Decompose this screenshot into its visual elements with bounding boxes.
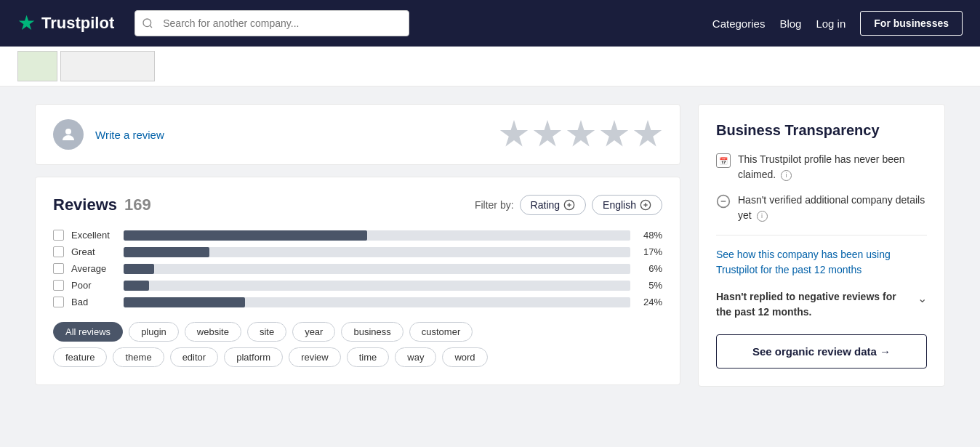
- bar-fill: [124, 230, 367, 241]
- rating-label: Excellent: [71, 230, 116, 241]
- rating-checkbox-poor[interactable]: [53, 280, 64, 291]
- calendar-icon: 📅: [716, 153, 731, 168]
- bar-track: [124, 230, 630, 241]
- rating-label: Average: [71, 263, 116, 274]
- tag-pill-all-reviews[interactable]: All reviews: [53, 322, 123, 342]
- tag-pill-theme[interactable]: theme: [113, 347, 164, 367]
- rating-bars: Excellent48%Great17%Average6%Poor5%Bad24…: [53, 230, 662, 307]
- bar-fill: [124, 281, 149, 291]
- preview-images: [17, 51, 155, 81]
- rating-row: Bad24%: [53, 297, 662, 307]
- tag-row-1: All reviewspluginwebsitesiteyearbusiness…: [53, 322, 662, 342]
- bar-track: [124, 297, 630, 307]
- bar-fill: [124, 264, 154, 274]
- rating-row: Poor5%: [53, 280, 662, 291]
- plus-circle-icon: [563, 199, 575, 211]
- transparency-item-unclaimed: 📅 This Trustpilot profile has never been…: [716, 152, 927, 182]
- rating-label: Great: [71, 246, 116, 257]
- tag-pill-platform[interactable]: platform: [224, 347, 283, 367]
- tag-pill-plugin[interactable]: plugin: [129, 322, 179, 342]
- rating-checkbox-excellent[interactable]: [53, 230, 64, 241]
- search-icon: [142, 17, 153, 29]
- negative-reviews-text: Hasn't replied to negative reviews for t…: [716, 289, 912, 320]
- avatar: [53, 119, 84, 150]
- business-transparency-title: Business Transparency: [716, 122, 927, 139]
- star-rating-empty: [499, 120, 662, 149]
- rating-pct: 6%: [638, 263, 662, 274]
- tag-pill-feature[interactable]: feature: [53, 347, 107, 367]
- filter-rating-label: Rating: [531, 199, 560, 211]
- star-5: [633, 120, 662, 149]
- tag-pill-business[interactable]: business: [341, 322, 403, 342]
- bar-track: [124, 281, 630, 291]
- filter-group: Filter by: Rating English: [475, 195, 662, 215]
- rating-pct: 24%: [638, 297, 662, 307]
- write-review-link[interactable]: Write a review: [95, 129, 164, 141]
- search-input[interactable]: [134, 10, 409, 36]
- tag-pill-site[interactable]: site: [247, 322, 286, 342]
- divider-1: [716, 235, 927, 235]
- search-wrapper: [134, 10, 409, 36]
- tag-pill-time[interactable]: time: [347, 347, 390, 367]
- filter-rating-button[interactable]: Rating: [520, 195, 586, 215]
- tag-pill-editor[interactable]: editor: [170, 347, 219, 367]
- info-icon-1[interactable]: i: [781, 170, 792, 181]
- trustpilot-usage-link[interactable]: See how this company has been using Trus…: [716, 247, 927, 278]
- preview-image-2: [60, 51, 155, 81]
- tag-pill-website[interactable]: website: [185, 322, 241, 342]
- tag-pill-year[interactable]: year: [292, 322, 335, 342]
- bar-track: [124, 264, 630, 274]
- transparency-unverified-text: Hasn't verified additional company detai…: [738, 193, 927, 223]
- filter-label: Filter by:: [475, 199, 514, 211]
- bar-fill: [124, 297, 245, 307]
- rating-pct: 5%: [638, 280, 662, 291]
- svg-point-2: [65, 129, 71, 134]
- left-panel: Write a review Reviews 169 Filter by:: [35, 104, 680, 387]
- reviews-title: Reviews: [53, 196, 117, 214]
- rating-pct: 48%: [638, 230, 662, 241]
- right-panel: Business Transparency 📅 This Trustpilot …: [698, 104, 945, 387]
- see-organic-review-data-button[interactable]: See organic review data →: [716, 334, 927, 369]
- rating-checkbox-great[interactable]: [53, 246, 64, 257]
- logo-star-icon: ★: [17, 13, 36, 33]
- reviews-title-group: Reviews 169: [53, 196, 151, 214]
- rating-label: Poor: [71, 280, 116, 291]
- bar-track: [124, 247, 630, 257]
- star-1: [499, 120, 529, 149]
- rating-pct: 17%: [638, 246, 662, 257]
- rating-checkbox-bad[interactable]: [53, 297, 64, 307]
- svg-line-1: [150, 25, 152, 28]
- svg-point-0: [143, 19, 151, 27]
- nav-link-login[interactable]: Log in: [816, 17, 846, 30]
- tag-row-2: featurethemeeditorplatformreviewtimewayw…: [53, 347, 662, 367]
- for-businesses-button[interactable]: For businesses: [860, 11, 963, 36]
- navbar: ★ Trustpilot Categories Blog Log in For …: [0, 0, 980, 47]
- rating-row: Average6%: [53, 263, 662, 274]
- filter-language-label: English: [603, 199, 636, 211]
- minus-circle-icon: [716, 194, 731, 212]
- logo[interactable]: ★ Trustpilot: [17, 13, 114, 33]
- info-icon-2[interactable]: i: [757, 211, 768, 222]
- transparency-unclaimed-text: This Trustpilot profile has never been c…: [738, 152, 927, 182]
- chevron-down-icon[interactable]: ⌄: [917, 291, 927, 305]
- write-review-card: Write a review: [35, 104, 680, 165]
- main-container: Write a review Reviews 169 Filter by:: [17, 104, 963, 387]
- preview-banner: [0, 47, 980, 86]
- star-4: [600, 120, 629, 149]
- nav-link-blog[interactable]: Blog: [779, 17, 801, 30]
- write-review-left: Write a review: [53, 119, 164, 150]
- tag-pill-way[interactable]: way: [395, 347, 436, 367]
- tag-pill-customer[interactable]: customer: [409, 322, 473, 342]
- filter-language-button[interactable]: English: [592, 195, 662, 215]
- preview-image-1: [17, 51, 57, 81]
- rating-checkbox-average[interactable]: [53, 263, 64, 274]
- nav-link-categories[interactable]: Categories: [712, 17, 766, 30]
- chevron-right-icon: [640, 199, 651, 211]
- transparency-item-unverified: Hasn't verified additional company detai…: [716, 193, 927, 223]
- star-3: [566, 120, 595, 149]
- tag-pill-word[interactable]: word: [442, 347, 487, 367]
- rating-row: Great17%: [53, 246, 662, 257]
- rating-label: Bad: [71, 297, 116, 307]
- tag-pill-review[interactable]: review: [289, 347, 341, 367]
- reviews-count: 169: [124, 196, 151, 214]
